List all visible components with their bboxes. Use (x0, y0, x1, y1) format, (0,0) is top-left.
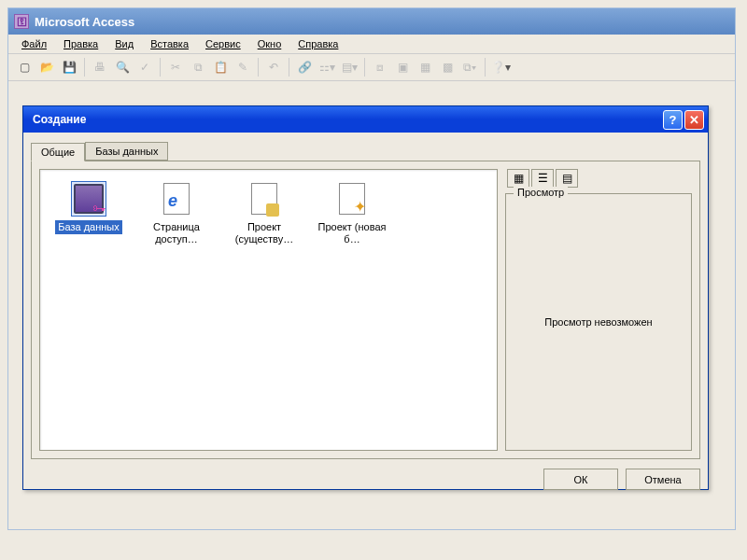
project-existing-icon (247, 181, 282, 217)
help-icon[interactable]: ❔▾ (490, 57, 511, 77)
separator (485, 58, 486, 77)
template-item-access-page[interactable]: e Страница доступ… (135, 181, 218, 246)
template-label: База данных (55, 220, 122, 234)
separator (160, 58, 161, 77)
template-label: Проект (новая б… (311, 220, 393, 246)
dialog-titlebar: Создание ? ✕ (23, 106, 708, 133)
titlebar: ⚿ Microsoft Access (8, 8, 735, 35)
app-window: ⚿ Microsoft Access Файл Правка Вид Встав… (7, 7, 736, 530)
template-item-database[interactable]: База данных (48, 181, 130, 246)
cancel-button[interactable]: Отмена (626, 469, 700, 490)
toolbar: ▢ 📂 💾 🖶 🔍 ✓ ✂ ⧉ 📋 ✎ ↶ 🔗 ⚏▾ ▤▾ ⧈ ▣ ▦ ▩ ⧉▾… (8, 54, 735, 81)
view-mode-icons: ▦ ☰ ▤ (505, 169, 692, 188)
dialog-help-button[interactable]: ? (663, 110, 683, 130)
analyze-icon[interactable]: ⚏▾ (317, 57, 337, 77)
menu-file[interactable]: Файл (14, 36, 54, 51)
tabs-row: Общие Базы данных (31, 140, 700, 161)
format-icon[interactable]: ✎ (233, 57, 253, 77)
preview-message: Просмотр невозможен (544, 316, 652, 328)
relations-icon[interactable]: ⧈ (370, 57, 390, 77)
view-details-icon[interactable]: ▤ (556, 169, 578, 188)
db-icon[interactable]: ▩ (437, 57, 458, 77)
template-item-project-new[interactable]: Проект (новая б… (311, 181, 393, 246)
template-label: Страница доступ… (135, 220, 218, 246)
dialog-title: Создание (33, 113, 86, 126)
copy-icon[interactable]: ⧉ (188, 57, 208, 77)
props-icon[interactable]: ▤▾ (339, 57, 359, 77)
view-list-icon[interactable]: ☰ (531, 169, 554, 188)
script-icon[interactable]: ▦ (415, 57, 435, 77)
preview-icon[interactable]: 🔍 (112, 57, 133, 77)
new-dialog: Создание ? ✕ Общие Базы данных База данн… (22, 105, 709, 490)
menu-insert[interactable]: Вставка (143, 36, 196, 51)
dialog-close-button[interactable]: ✕ (684, 110, 704, 130)
preview-legend: Просмотр (514, 187, 568, 198)
code-icon[interactable]: ▣ (392, 57, 413, 77)
spell-icon[interactable]: ✓ (134, 57, 155, 77)
menubar: Файл Правка Вид Вставка Сервис Окно Спра… (8, 35, 735, 54)
open-icon[interactable]: 📂 (36, 57, 57, 77)
menu-view[interactable]: Вид (107, 36, 141, 51)
menu-service[interactable]: Сервис (198, 36, 248, 51)
separator (84, 58, 85, 77)
template-item-project-existing[interactable]: Проект (существу… (223, 181, 305, 246)
save-icon[interactable]: 💾 (59, 57, 79, 77)
preview-group: Просмотр Просмотр невозможен (505, 193, 692, 451)
new-icon[interactable]: ▢ (14, 57, 35, 77)
tab-databases[interactable]: Базы данных (85, 142, 168, 161)
view-large-icon[interactable]: ▦ (507, 169, 529, 188)
undo-icon[interactable]: ↶ (263, 57, 284, 77)
menu-edit[interactable]: Правка (56, 36, 106, 51)
dialog-buttons: ОК Отмена (31, 469, 700, 490)
separator (364, 58, 365, 77)
database-icon (71, 181, 106, 217)
right-pane: ▦ ☰ ▤ Просмотр Просмотр невозможен (505, 169, 692, 451)
link-icon[interactable]: 🔗 (294, 57, 315, 77)
template-label: Проект (существу… (223, 220, 305, 246)
template-list[interactable]: База данных e Страница доступ… Проект (с… (39, 169, 498, 451)
separator (258, 58, 259, 77)
print-icon[interactable]: 🖶 (90, 57, 110, 77)
tab-general[interactable]: Общие (31, 143, 85, 161)
project-new-icon (334, 181, 370, 217)
menu-window[interactable]: Окно (250, 36, 289, 51)
paste-icon[interactable]: 📋 (210, 57, 231, 77)
menu-help[interactable]: Справка (290, 36, 345, 51)
app-title: Microsoft Access (35, 15, 134, 29)
separator (289, 58, 289, 77)
access-key-icon: ⚿ (14, 14, 29, 29)
ok-button[interactable]: ОК (543, 469, 618, 490)
window-icon[interactable]: ⧉▾ (459, 57, 480, 77)
tab-content: База данных e Страница доступ… Проект (с… (31, 161, 700, 459)
cut-icon[interactable]: ✂ (165, 57, 186, 77)
page-icon: e (159, 181, 194, 217)
